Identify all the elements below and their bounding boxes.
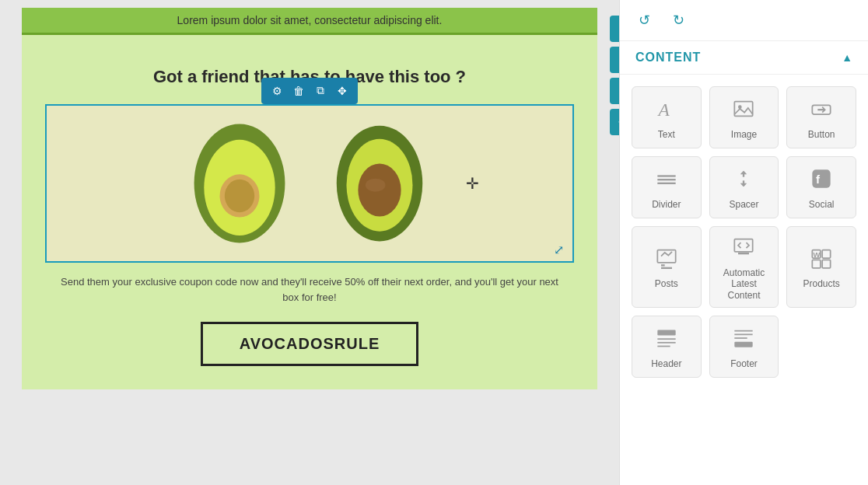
products-label: Products xyxy=(803,278,839,289)
button-icon xyxy=(810,98,832,123)
content-item-alc[interactable]: Automatic Latest Content xyxy=(709,226,779,308)
delete-button[interactable]: 🗑 xyxy=(610,47,619,73)
content-item-text[interactable]: A Text xyxy=(632,86,702,148)
spacer-icon xyxy=(733,168,754,193)
content-item-spacer[interactable]: Spacer xyxy=(709,156,779,218)
email-body-text: Send them your exclusive coupon code now… xyxy=(61,274,558,307)
image-move-button[interactable]: ✥ xyxy=(333,82,352,100)
email-body: Got a friend that has to have this too ?… xyxy=(22,35,597,389)
svg-rect-29 xyxy=(822,260,831,269)
content-item-header[interactable]: Header xyxy=(632,316,702,378)
image-delete-button[interactable]: 🗑 xyxy=(289,82,308,100)
button-label: Button xyxy=(808,129,835,140)
footer-icon xyxy=(733,327,754,352)
text-label: Text xyxy=(658,129,675,140)
svg-rect-30 xyxy=(657,330,675,335)
undo-button[interactable]: ↺ xyxy=(632,8,656,33)
content-title: CONTENT xyxy=(635,51,701,65)
move-button[interactable]: ✥ xyxy=(610,109,619,135)
content-item-social[interactable]: f Social xyxy=(786,156,856,218)
canvas-area: ⚙ 🗑 ⧉ ✥ Lorem ipsum dolor sit amet, cons… xyxy=(0,0,619,485)
content-item-products[interactable]: W Products xyxy=(786,226,856,308)
svg-text:W: W xyxy=(814,251,821,259)
spacer-label: Spacer xyxy=(729,199,758,210)
avocado-image xyxy=(181,117,438,249)
avocado-right xyxy=(321,117,438,249)
move-cursor-icon: ✛ xyxy=(466,174,479,193)
divider-icon xyxy=(656,168,677,193)
image-block-toolbar: ⚙ 🗑 ⧉ ✥ xyxy=(261,78,358,104)
alc-label: Automatic Latest Content xyxy=(716,267,772,301)
products-icon: W xyxy=(810,247,832,272)
content-item-posts[interactable]: Posts xyxy=(632,226,702,308)
svg-rect-18 xyxy=(812,169,830,187)
svg-rect-37 xyxy=(735,342,753,347)
divider-label: Divider xyxy=(652,199,681,210)
social-label: Social xyxy=(809,199,835,210)
svg-text:A: A xyxy=(656,99,670,120)
avocado-left xyxy=(181,117,298,249)
coupon-button[interactable]: AVOCADOSRULE xyxy=(201,322,418,366)
banner-text: Lorem ipsum dolor sit amet, consectetur … xyxy=(177,14,443,26)
content-item-footer[interactable]: Footer xyxy=(709,316,779,378)
content-grid: A Text Image xyxy=(620,75,868,389)
image-settings-button[interactable]: ⚙ xyxy=(268,82,286,100)
footer-label: Footer xyxy=(730,358,758,369)
svg-rect-27 xyxy=(822,250,831,259)
text-icon: A xyxy=(656,98,677,123)
image-label: Image xyxy=(731,129,757,140)
resize-handle[interactable]: ⤢ xyxy=(554,242,569,258)
redo-button[interactable]: ↻ xyxy=(666,8,691,33)
svg-rect-28 xyxy=(812,260,821,269)
posts-icon xyxy=(656,247,677,272)
svg-point-3 xyxy=(225,179,254,212)
content-item-divider[interactable]: Divider xyxy=(632,156,702,218)
content-item-button[interactable]: Button xyxy=(786,86,856,148)
image-block-wrapper[interactable]: ⚙ 🗑 ⧉ ✥ ✛ xyxy=(45,104,574,263)
content-item-image[interactable]: Image xyxy=(709,86,779,148)
svg-rect-9 xyxy=(735,101,753,116)
posts-label: Posts xyxy=(655,278,678,289)
content-header: CONTENT ▲ xyxy=(620,41,868,75)
email-toolbar: ⚙ 🗑 ⧉ ✥ xyxy=(610,16,619,135)
right-panel: ↺ ↻ CONTENT ▲ A Text Image xyxy=(619,0,868,485)
header-label: Header xyxy=(651,358,681,369)
header-icon xyxy=(656,327,677,352)
social-icon: f xyxy=(810,168,832,193)
undo-redo-bar: ↺ ↻ xyxy=(620,0,868,41)
svg-rect-20 xyxy=(657,250,675,263)
settings-button[interactable]: ⚙ xyxy=(610,16,619,42)
svg-point-7 xyxy=(366,178,386,191)
collapse-icon[interactable]: ▲ xyxy=(842,51,852,64)
alc-icon xyxy=(733,236,754,261)
image-block: ✛ xyxy=(47,106,572,261)
image-icon xyxy=(733,98,754,123)
email-container: ⚙ 🗑 ⧉ ✥ Lorem ipsum dolor sit amet, cons… xyxy=(22,8,597,389)
duplicate-button[interactable]: ⧉ xyxy=(610,78,619,104)
image-duplicate-button[interactable]: ⧉ xyxy=(311,82,330,100)
email-banner: Lorem ipsum dolor sit amet, consectetur … xyxy=(22,8,597,35)
